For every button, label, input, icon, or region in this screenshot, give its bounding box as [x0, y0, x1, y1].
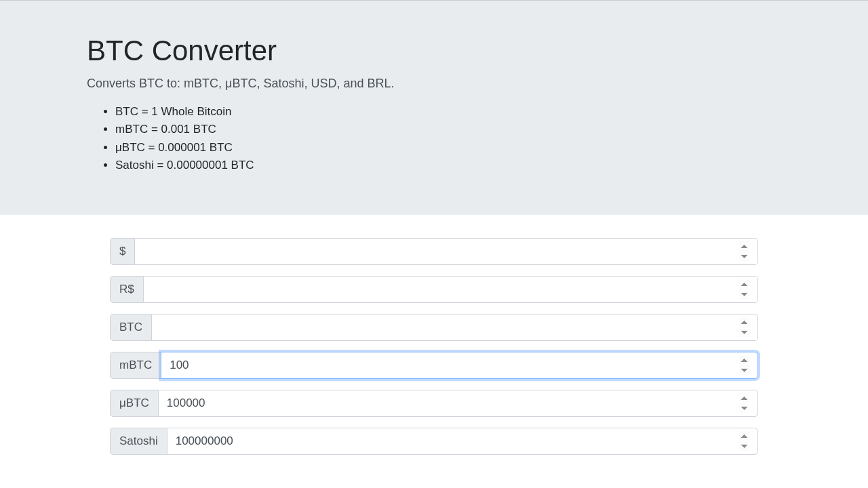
- mbtc-input[interactable]: [161, 352, 758, 379]
- unit-definition-ubtc: μBTC = 0.000001 BTC: [115, 139, 781, 157]
- usd-input[interactable]: [134, 238, 758, 265]
- mbtc-label: mBTC: [110, 352, 161, 379]
- page-subtitle: Converts BTC to: mBTC, μBTC, Satoshi, US…: [87, 77, 781, 91]
- satoshi-label: Satoshi: [110, 428, 167, 455]
- satoshi-input[interactable]: [167, 428, 758, 455]
- ubtc-input[interactable]: [158, 390, 758, 417]
- unit-definition-list: BTC = 1 Whole Bitcoin mBTC = 0.001 BTC μ…: [87, 103, 781, 174]
- brl-input-group: R$: [110, 276, 758, 303]
- mbtc-input-group: mBTC: [110, 352, 758, 379]
- btc-input-group: BTC: [110, 314, 758, 341]
- brl-input[interactable]: [143, 276, 758, 303]
- btc-input[interactable]: [151, 314, 758, 341]
- satoshi-input-group: Satoshi: [110, 428, 758, 455]
- ubtc-input-group: μBTC: [110, 390, 758, 417]
- unit-definition-satoshi: Satoshi = 0.00000001 BTC: [115, 157, 781, 174]
- page-title: BTC Converter: [87, 35, 781, 67]
- converter-form: $ R$ BTC mBTC μBTC Satoshi: [0, 215, 868, 455]
- unit-definition-btc: BTC = 1 Whole Bitcoin: [115, 103, 781, 121]
- usd-input-group: $: [110, 238, 758, 265]
- usd-label: $: [110, 238, 134, 265]
- btc-label: BTC: [110, 314, 151, 341]
- brl-label: R$: [110, 276, 143, 303]
- ubtc-label: μBTC: [110, 390, 158, 417]
- unit-definition-mbtc: mBTC = 0.001 BTC: [115, 121, 781, 138]
- header-section: BTC Converter Converts BTC to: mBTC, μBT…: [0, 0, 868, 215]
